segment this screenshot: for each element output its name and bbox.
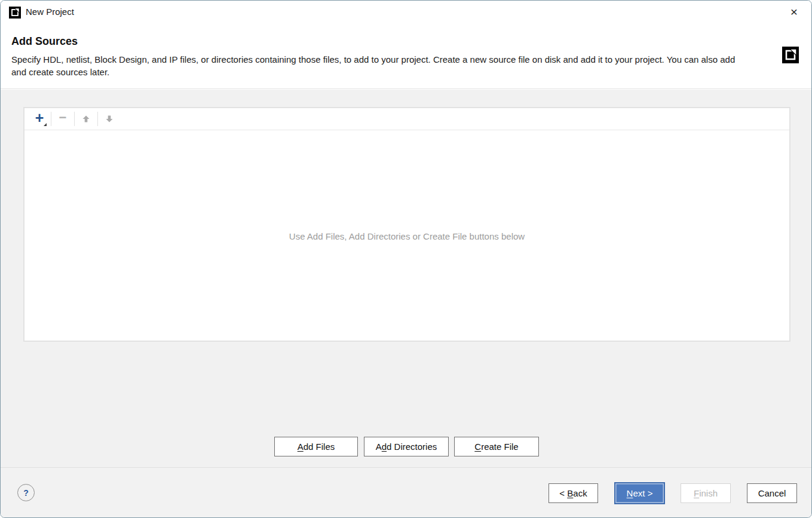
dropdown-caret-icon xyxy=(44,123,47,126)
page-description: Specify HDL, netlist, Block Design, and … xyxy=(11,53,752,78)
move-down-button[interactable] xyxy=(98,110,121,128)
amd-brand-logo-icon xyxy=(782,47,799,63)
wizard-footer: ? < Back Next > Finish Cancel xyxy=(1,467,811,518)
up-arrow-icon xyxy=(81,114,91,124)
finish-button[interactable]: Finish xyxy=(681,483,731,503)
sources-empty-area: Use Add Files, Add Directories or Create… xyxy=(24,131,789,342)
add-source-button[interactable]: + xyxy=(28,110,51,128)
new-project-dialog: New Project × Add Sources Specify HDL, n… xyxy=(0,0,812,518)
back-button[interactable]: < Back xyxy=(549,483,598,503)
window-title: New Project xyxy=(26,7,74,17)
amd-logo-icon xyxy=(9,7,21,19)
help-icon[interactable]: ? xyxy=(17,484,35,501)
move-up-button[interactable] xyxy=(75,110,97,128)
close-icon[interactable]: × xyxy=(782,1,807,23)
sources-toolbar: + − xyxy=(24,108,789,130)
page-title: Add Sources xyxy=(11,35,78,48)
empty-hint-text: Use Add Files, Add Directories or Create… xyxy=(289,231,525,241)
wizard-body: + − xyxy=(1,90,811,467)
add-files-button[interactable]: Add Files xyxy=(274,437,358,456)
remove-source-button[interactable]: − xyxy=(51,110,74,128)
sources-panel: + − xyxy=(23,107,790,342)
minus-icon: − xyxy=(59,111,67,124)
next-button[interactable]: Next > xyxy=(614,482,665,504)
title-bar: New Project × xyxy=(1,1,811,24)
down-arrow-icon xyxy=(105,114,114,124)
plus-icon: + xyxy=(35,111,44,125)
cancel-button[interactable]: Cancel xyxy=(747,483,797,503)
add-directories-button[interactable]: Add Directories xyxy=(364,437,449,456)
create-file-button[interactable]: Create File xyxy=(454,437,539,456)
wizard-header: Add Sources Specify HDL, netlist, Block … xyxy=(1,24,811,89)
